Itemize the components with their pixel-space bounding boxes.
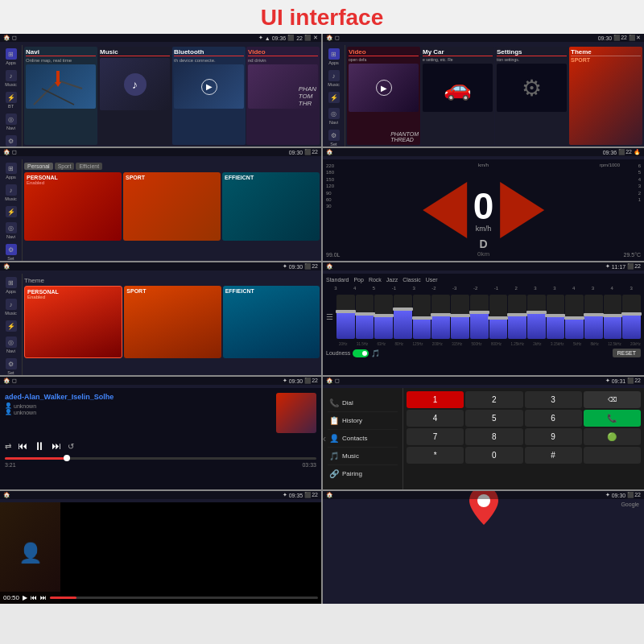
home-icon-10[interactable]: 🏠 <box>326 492 333 498</box>
eq-menu-icon[interactable]: ☰ <box>326 312 333 321</box>
navi-app-card[interactable]: Navi Online map, real time <box>24 47 97 145</box>
theme-card-2[interactable]: Theme SPORT <box>569 47 642 145</box>
eq-knob-5[interactable] <box>412 316 432 320</box>
key-2[interactable]: 2 <box>465 391 522 408</box>
efficient-tab[interactable]: Efficient <box>76 163 102 170</box>
key-0[interactable]: 0 <box>465 447 522 464</box>
eq-tab-pop[interactable]: Pop <box>353 277 363 283</box>
eq-knob-9[interactable] <box>488 316 508 320</box>
eq-bar-10[interactable] <box>508 295 526 339</box>
contacts-menu-item[interactable]: 👤 Contacts <box>328 430 398 448</box>
eq-bar-11[interactable] <box>527 295 546 339</box>
sidebar-navi-5[interactable]: ◎ Navi <box>6 336 17 353</box>
eq-bar-7[interactable] <box>451 295 469 339</box>
sidebar-music-2[interactable]: ♪ Music <box>328 70 339 87</box>
key-4[interactable]: 4 <box>407 410 464 427</box>
eq-tab-jazz[interactable]: Jazz <box>386 277 398 283</box>
eq-knob-2[interactable] <box>355 312 375 316</box>
loudness-toggle[interactable] <box>353 349 369 357</box>
shuffle-icon[interactable]: ⇄ <box>5 442 11 451</box>
eq-knob-8[interactable] <box>469 311 489 314</box>
eq-bar-14[interactable] <box>584 295 603 339</box>
home-icon-9[interactable]: 🏠 <box>3 492 10 498</box>
eq-knob-10[interactable] <box>507 313 527 316</box>
sidebar-settings-1[interactable]: ⚙ Set <box>6 135 17 147</box>
play-pause-button[interactable]: ⏸ <box>34 440 45 452</box>
sidebar-bt-5[interactable]: ⚡ <box>6 320 17 332</box>
home-icon-4[interactable]: 🏠 <box>326 149 333 155</box>
eq-tab-classic[interactable]: Classic <box>402 277 421 283</box>
eq-knob-3[interactable] <box>374 314 394 317</box>
home-icon-3[interactable]: 🏠 <box>3 149 10 155</box>
mycar-card-2[interactable]: My Car e setting, etc. Re 🚗 <box>421 47 494 145</box>
video-prev-icon[interactable]: ⏮ <box>31 594 37 601</box>
key-6[interactable]: 6 <box>525 410 582 427</box>
video-card-2[interactable]: Video open defa ▶ PHANTOMTHREAD <box>347 47 420 145</box>
eq-bar-3[interactable] <box>374 295 393 339</box>
sidebar-settings-3[interactable]: ⚙ Set <box>6 244 17 261</box>
history-menu-item[interactable]: 📋 History <box>328 412 398 430</box>
eq-bar-9[interactable] <box>489 295 508 339</box>
eq-tab-rock[interactable]: Rock <box>369 277 382 283</box>
nav-arrow-1[interactable]: ⬛ <box>304 35 312 41</box>
eq-bar-12[interactable] <box>547 295 565 339</box>
eq-knob-12[interactable] <box>545 314 565 317</box>
key-star[interactable]: * <box>407 447 464 464</box>
sidebar-apps-1[interactable]: ⊞ Apps <box>6 48 17 65</box>
eq-knob-7[interactable] <box>450 314 470 317</box>
sidebar-bt-2[interactable]: ⚡ <box>328 92 340 103</box>
sidebar-music-1[interactable]: ♪ Music <box>5 70 16 87</box>
sport-theme-2[interactable]: SPORT <box>124 286 221 358</box>
music-menu-item[interactable]: 🎵 Music <box>328 448 398 465</box>
settings-card-2[interactable]: Settings tion settings. ⚙ <box>495 47 568 145</box>
eq-knob-16[interactable] <box>621 312 642 316</box>
eq-knob-11[interactable] <box>526 311 547 314</box>
eq-bar-13[interactable] <box>565 295 584 339</box>
eq-bar-2[interactable] <box>356 295 374 339</box>
key-hash[interactable]: # <box>525 447 582 464</box>
efficient-theme-2[interactable]: EFFIEICNT <box>223 286 320 358</box>
sidebar-navi-1[interactable]: ◎ Navi <box>6 114 17 130</box>
close-icon-1[interactable]: ✕ <box>313 35 318 41</box>
eq-knob-4[interactable] <box>393 308 413 311</box>
back-icon-2[interactable]: ◻ <box>335 35 340 41</box>
repeat-icon[interactable]: ↺ <box>68 442 74 451</box>
eq-knob-14[interactable] <box>584 313 604 316</box>
sport-tab[interactable]: Sport <box>55 163 75 170</box>
home-icon-2[interactable]: 🏠 <box>326 35 333 41</box>
sidebar-bt-3[interactable]: ⚡ <box>6 206 17 217</box>
video-app-card[interactable]: Video nd drivin PHANTOMTHR <box>246 47 320 145</box>
key-del[interactable]: ⌫ <box>584 391 641 408</box>
sidebar-apps-3[interactable]: ⊞ Apps <box>6 163 17 180</box>
eq-knob-1[interactable] <box>336 310 356 313</box>
video-progress[interactable] <box>50 597 318 599</box>
key-5[interactable]: 5 <box>465 410 522 427</box>
personal-theme-2[interactable]: PERSONAL Enabled <box>24 286 122 358</box>
prev-button[interactable]: ⏮ <box>18 440 27 452</box>
sidebar-navi-2[interactable]: ◎ Navi <box>328 108 340 125</box>
eq-knob-13[interactable] <box>564 316 584 320</box>
sport-theme-card[interactable]: SPORT <box>123 172 221 241</box>
next-button[interactable]: ⏭ <box>52 440 61 452</box>
sidebar-navi-3[interactable]: ◎ Navi <box>6 222 17 239</box>
sidebar-music-5[interactable]: ♪ Music <box>5 299 16 316</box>
sidebar-music-3[interactable]: ♪ Music <box>5 184 16 201</box>
video-next-icon[interactable]: ⏭ <box>40 594 47 601</box>
eq-bar-4[interactable] <box>394 295 412 339</box>
dial-menu-item[interactable]: 📞 Dial <box>328 394 398 412</box>
eq-tab-user[interactable]: User <box>426 277 438 283</box>
sidebar-apps-5[interactable]: ⊞ Apps <box>6 277 17 294</box>
sidebar-settings-5[interactable]: ⚙ Set <box>6 358 17 375</box>
eq-bar-1[interactable] <box>336 295 355 339</box>
progress-bar[interactable] <box>5 457 316 460</box>
eq-tab-standard[interactable]: Standard <box>326 277 349 283</box>
key-empty[interactable] <box>584 447 641 464</box>
eq-knob-6[interactable] <box>431 313 451 316</box>
eq-bar-15[interactable] <box>604 295 622 339</box>
home-icon-1[interactable]: 🏠 <box>3 35 10 41</box>
key-9[interactable]: 9 <box>525 428 582 445</box>
eq-bar-6[interactable] <box>431 295 450 339</box>
key-1[interactable]: 1 <box>407 391 464 408</box>
key-end[interactable]: 🟢 <box>584 428 641 445</box>
bt-app-card[interactable]: Bluetooth th device connecte. ▶ <box>172 47 246 145</box>
